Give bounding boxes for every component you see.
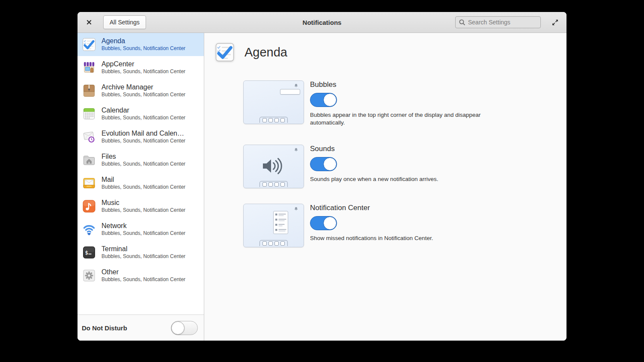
agenda-app-icon	[215, 42, 235, 62]
app-notification-summary: Bubbles, Sounds, Notification Center	[101, 207, 185, 214]
search-input[interactable]	[468, 19, 537, 26]
sidebar-item-mail[interactable]: MailBubbles, Sounds, Notification Center	[78, 172, 204, 195]
sidebar-item-appcenter[interactable]: AppCenterBubbles, Sounds, Notification C…	[78, 56, 204, 79]
do-not-disturb-toggle[interactable]	[171, 321, 198, 335]
app-sidebar: AgendaBubbles, Sounds, Notification Cent…	[78, 33, 204, 341]
notification-list-graphic	[273, 211, 288, 234]
sidebar-item-calendar[interactable]: CalendarBubbles, Sounds, Notification Ce…	[78, 102, 204, 125]
toggle-knob	[171, 321, 185, 335]
close-icon[interactable]	[84, 18, 94, 27]
app-header: Agenda	[215, 42, 287, 62]
music-icon	[82, 199, 96, 214]
calendar-icon	[82, 107, 96, 121]
other-icon	[82, 268, 96, 283]
app-notification-summary: Bubbles, Sounds, Notification Center	[101, 115, 185, 122]
bubbles-toggle[interactable]	[310, 93, 337, 107]
app-name: Files	[101, 152, 185, 161]
app-list: AgendaBubbles, Sounds, Notification Cent…	[78, 33, 204, 315]
dock-graphic	[259, 117, 288, 123]
sidebar-item-music[interactable]: MusicBubbles, Sounds, Notification Cente…	[78, 195, 204, 218]
app-notification-summary: Bubbles, Sounds, Notification Center	[101, 92, 185, 98]
all-settings-button[interactable]: All Settings	[103, 15, 146, 29]
sidebar-item-terminal[interactable]: $TerminalBubbles, Sounds, Notification C…	[78, 241, 204, 264]
search-icon	[459, 19, 465, 26]
app-name: Network	[101, 222, 185, 230]
notification-settings-panel: Agenda BubblesBubbles appear in the top …	[204, 33, 566, 341]
app-name: Terminal	[101, 245, 185, 253]
sidebar-item-archive-manager[interactable]: Archive ManagerBubbles, Sounds, Notifica…	[78, 79, 204, 102]
sidebar-item-network[interactable]: NetworkBubbles, Sounds, Notification Cen…	[78, 218, 204, 241]
toggle-knob	[323, 217, 337, 230]
archive-icon	[82, 83, 96, 98]
app-notification-summary: Bubbles, Sounds, Notification Center	[101, 276, 185, 283]
app-notification-summary: Bubbles, Sounds, Notification Center	[101, 161, 185, 168]
app-name: Other	[101, 268, 185, 276]
do-not-disturb-label: Do Not Disturb	[82, 324, 127, 332]
sidebar-item-agenda[interactable]: AgendaBubbles, Sounds, Notification Cent…	[78, 33, 204, 56]
sidebar-item-other[interactable]: OtherBubbles, Sounds, Notification Cente…	[78, 264, 204, 287]
settings-window: All Settings Notifications AgendaBubbles	[78, 12, 566, 341]
evolution-icon	[82, 130, 96, 144]
bell-icon	[294, 83, 298, 88]
setting-label: Notification Center	[310, 204, 433, 212]
app-notification-summary: Bubbles, Sounds, Notification Center	[101, 138, 185, 145]
setting-row-notification-center: Notification CenterShow missed notificat…	[243, 204, 433, 247]
selected-app-title: Agenda	[244, 45, 287, 59]
expand-window-icon[interactable]	[550, 18, 560, 27]
bell-icon	[294, 148, 298, 152]
setting-label: Sounds	[310, 145, 438, 153]
terminal-icon: $	[82, 245, 96, 260]
search-field[interactable]	[455, 16, 541, 28]
app-name: Mail	[101, 175, 185, 184]
app-notification-summary: Bubbles, Sounds, Notification Center	[101, 68, 185, 75]
files-icon	[82, 153, 96, 167]
speaker-icon	[261, 156, 286, 176]
notification-bubble-graphic	[280, 89, 300, 95]
app-name: Agenda	[101, 37, 185, 45]
app-name: AppCenter	[101, 60, 185, 68]
notification-center-illustration	[243, 204, 304, 247]
network-icon	[82, 222, 96, 237]
app-name: Music	[101, 199, 185, 207]
bell-icon	[294, 207, 298, 211]
sidebar-item-files[interactable]: FilesBubbles, Sounds, Notification Cente…	[78, 148, 204, 172]
setting-description: Bubbles appear in the top right corner o…	[310, 111, 508, 127]
sounds-illustration	[243, 145, 304, 188]
app-notification-summary: Bubbles, Sounds, Notification Center	[101, 253, 185, 260]
agenda-icon	[82, 37, 96, 52]
svg-text:$: $	[85, 249, 89, 256]
notification-center-toggle[interactable]	[310, 216, 337, 230]
do-not-disturb-row: Do Not Disturb	[78, 315, 204, 341]
app-name: Archive Manager	[101, 83, 185, 92]
header-bar: All Settings Notifications	[78, 12, 566, 33]
app-notification-summary: Bubbles, Sounds, Notification Center	[101, 184, 185, 191]
dock-graphic	[259, 181, 288, 187]
dock-graphic	[259, 240, 288, 246]
app-notification-summary: Bubbles, Sounds, Notification Center	[101, 230, 185, 237]
toggle-knob	[323, 93, 337, 107]
appcenter-icon	[82, 60, 96, 75]
setting-row-bubbles: BubblesBubbles appear in the top right c…	[243, 80, 508, 127]
setting-description: Show missed notifications in Notificatio…	[310, 234, 433, 242]
mail-icon	[82, 176, 96, 190]
setting-row-sounds: SoundsSounds play once when a new notifi…	[243, 145, 438, 188]
app-name: Evolution Mail and Calen…	[101, 129, 185, 138]
setting-label: Bubbles	[310, 80, 508, 89]
sounds-toggle[interactable]	[310, 157, 337, 171]
app-notification-summary: Bubbles, Sounds, Notification Center	[101, 45, 185, 52]
sidebar-item-evolution-mail-and-calen[interactable]: Evolution Mail and Calen…Bubbles, Sounds…	[78, 125, 204, 148]
toggle-knob	[323, 157, 337, 171]
bubbles-illustration	[243, 80, 304, 124]
setting-description: Sounds play once when a new notification…	[310, 175, 438, 183]
app-name: Calendar	[101, 106, 185, 115]
